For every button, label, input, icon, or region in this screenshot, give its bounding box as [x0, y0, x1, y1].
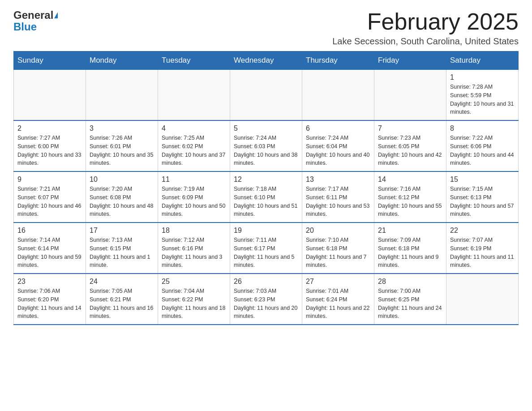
calendar-cell: 25Sunrise: 7:04 AM Sunset: 6:22 PM Dayli… — [158, 274, 230, 325]
calendar-cell: 19Sunrise: 7:11 AM Sunset: 6:17 PM Dayli… — [230, 223, 302, 274]
calendar-cell — [158, 70, 230, 121]
calendar-cell: 11Sunrise: 7:19 AM Sunset: 6:09 PM Dayli… — [158, 171, 230, 223]
day-info: Sunrise: 7:20 AM Sunset: 6:08 PM Dayligh… — [90, 185, 154, 218]
calendar-cell: 9Sunrise: 7:21 AM Sunset: 6:07 PM Daylig… — [14, 171, 86, 223]
calendar-cell: 12Sunrise: 7:18 AM Sunset: 6:10 PM Dayli… — [230, 171, 302, 223]
header-wednesday: Wednesday — [230, 51, 302, 70]
day-number: 9 — [17, 176, 82, 184]
calendar-cell: 18Sunrise: 7:12 AM Sunset: 6:16 PM Dayli… — [158, 223, 230, 274]
calendar-cell: 21Sunrise: 7:09 AM Sunset: 6:18 PM Dayli… — [374, 223, 446, 274]
day-info: Sunrise: 7:25 AM Sunset: 6:02 PM Dayligh… — [162, 134, 226, 167]
header-tuesday: Tuesday — [158, 51, 230, 70]
calendar-week-row: 23Sunrise: 7:06 AM Sunset: 6:20 PM Dayli… — [14, 274, 519, 325]
day-number: 10 — [90, 176, 154, 184]
day-info: Sunrise: 7:15 AM Sunset: 6:13 PM Dayligh… — [450, 185, 515, 218]
day-number: 12 — [234, 176, 298, 184]
day-number: 28 — [378, 278, 442, 286]
calendar-cell: 6Sunrise: 7:24 AM Sunset: 6:04 PM Daylig… — [302, 120, 374, 171]
day-number: 5 — [234, 124, 298, 133]
calendar-cell: 4Sunrise: 7:25 AM Sunset: 6:02 PM Daylig… — [158, 120, 230, 171]
day-info: Sunrise: 7:24 AM Sunset: 6:03 PM Dayligh… — [234, 134, 298, 167]
day-number: 27 — [306, 278, 370, 286]
calendar-cell — [446, 274, 519, 325]
day-info: Sunrise: 7:14 AM Sunset: 6:14 PM Dayligh… — [17, 236, 82, 270]
calendar-cell: 10Sunrise: 7:20 AM Sunset: 6:08 PM Dayli… — [86, 171, 158, 223]
day-number: 26 — [234, 278, 298, 286]
day-number: 17 — [90, 227, 154, 235]
calendar-cell: 5Sunrise: 7:24 AM Sunset: 6:03 PM Daylig… — [230, 120, 302, 171]
header-thursday: Thursday — [302, 51, 374, 70]
calendar-cell: 23Sunrise: 7:06 AM Sunset: 6:20 PM Dayli… — [14, 274, 86, 325]
day-info: Sunrise: 7:04 AM Sunset: 6:22 PM Dayligh… — [162, 287, 226, 321]
day-info: Sunrise: 7:16 AM Sunset: 6:12 PM Dayligh… — [378, 185, 442, 218]
day-number: 7 — [378, 124, 442, 133]
day-info: Sunrise: 7:05 AM Sunset: 6:21 PM Dayligh… — [90, 287, 154, 321]
day-info: Sunrise: 7:01 AM Sunset: 6:24 PM Dayligh… — [306, 287, 370, 321]
calendar-cell: 8Sunrise: 7:22 AM Sunset: 6:06 PM Daylig… — [446, 120, 519, 171]
calendar-cell: 14Sunrise: 7:16 AM Sunset: 6:12 PM Dayli… — [374, 171, 446, 223]
calendar-cell: 20Sunrise: 7:10 AM Sunset: 6:18 PM Dayli… — [302, 223, 374, 274]
calendar-cell — [230, 70, 302, 121]
day-info: Sunrise: 7:13 AM Sunset: 6:15 PM Dayligh… — [90, 236, 154, 270]
day-info: Sunrise: 7:10 AM Sunset: 6:18 PM Dayligh… — [306, 236, 370, 270]
day-number: 6 — [306, 124, 370, 133]
day-number: 20 — [306, 227, 370, 235]
header-monday: Monday — [86, 51, 158, 70]
day-info: Sunrise: 7:19 AM Sunset: 6:09 PM Dayligh… — [162, 185, 226, 218]
logo-blue-text: Blue — [13, 21, 37, 33]
calendar-cell — [302, 70, 374, 121]
calendar: Sunday Monday Tuesday Wednesday Thursday… — [13, 51, 519, 325]
day-number: 25 — [162, 278, 226, 286]
calendar-header-row: Sunday Monday Tuesday Wednesday Thursday… — [14, 51, 519, 70]
calendar-cell: 24Sunrise: 7:05 AM Sunset: 6:21 PM Dayli… — [86, 274, 158, 325]
calendar-cell: 28Sunrise: 7:00 AM Sunset: 6:25 PM Dayli… — [374, 274, 446, 325]
day-number: 16 — [17, 227, 82, 235]
day-number: 1 — [450, 73, 515, 81]
calendar-cell: 26Sunrise: 7:03 AM Sunset: 6:23 PM Dayli… — [230, 274, 302, 325]
logo: General Blue — [13, 9, 58, 33]
day-info: Sunrise: 7:09 AM Sunset: 6:18 PM Dayligh… — [378, 236, 442, 270]
day-info: Sunrise: 7:28 AM Sunset: 5:59 PM Dayligh… — [450, 83, 515, 116]
day-info: Sunrise: 7:00 AM Sunset: 6:25 PM Dayligh… — [378, 287, 442, 321]
day-info: Sunrise: 7:27 AM Sunset: 6:00 PM Dayligh… — [17, 134, 82, 167]
day-info: Sunrise: 7:24 AM Sunset: 6:04 PM Dayligh… — [306, 134, 370, 167]
day-info: Sunrise: 7:07 AM Sunset: 6:19 PM Dayligh… — [450, 236, 515, 270]
day-info: Sunrise: 7:12 AM Sunset: 6:16 PM Dayligh… — [162, 236, 226, 270]
title-area: February 2025 Lake Secession, South Caro… — [332, 9, 519, 47]
day-info: Sunrise: 7:06 AM Sunset: 6:20 PM Dayligh… — [17, 287, 82, 321]
day-number: 22 — [450, 227, 515, 235]
header-saturday: Saturday — [446, 51, 519, 70]
header-friday: Friday — [374, 51, 446, 70]
calendar-cell: 7Sunrise: 7:23 AM Sunset: 6:05 PM Daylig… — [374, 120, 446, 171]
calendar-cell: 13Sunrise: 7:17 AM Sunset: 6:11 PM Dayli… — [302, 171, 374, 223]
calendar-cell: 17Sunrise: 7:13 AM Sunset: 6:15 PM Dayli… — [86, 223, 158, 274]
calendar-cell — [86, 70, 158, 121]
calendar-week-row: 16Sunrise: 7:14 AM Sunset: 6:14 PM Dayli… — [14, 223, 519, 274]
day-info: Sunrise: 7:22 AM Sunset: 6:06 PM Dayligh… — [450, 134, 515, 167]
month-title: February 2025 — [332, 9, 519, 34]
day-number: 2 — [17, 124, 82, 133]
calendar-cell: 15Sunrise: 7:15 AM Sunset: 6:13 PM Dayli… — [446, 171, 519, 223]
calendar-week-row: 9Sunrise: 7:21 AM Sunset: 6:07 PM Daylig… — [14, 171, 519, 223]
day-number: 13 — [306, 176, 370, 184]
logo-general-text: General — [13, 9, 53, 21]
calendar-week-row: 2Sunrise: 7:27 AM Sunset: 6:00 PM Daylig… — [14, 120, 519, 171]
location-title: Lake Secession, South Carolina, United S… — [332, 36, 519, 47]
day-number: 8 — [450, 124, 515, 133]
day-info: Sunrise: 7:17 AM Sunset: 6:11 PM Dayligh… — [306, 185, 370, 218]
day-number: 21 — [378, 227, 442, 235]
calendar-cell: 27Sunrise: 7:01 AM Sunset: 6:24 PM Dayli… — [302, 274, 374, 325]
calendar-cell: 3Sunrise: 7:26 AM Sunset: 6:01 PM Daylig… — [86, 120, 158, 171]
day-info: Sunrise: 7:18 AM Sunset: 6:10 PM Dayligh… — [234, 185, 298, 218]
calendar-cell — [374, 70, 446, 121]
logo-triangle-icon — [54, 12, 58, 18]
day-number: 4 — [162, 124, 226, 133]
calendar-cell: 1Sunrise: 7:28 AM Sunset: 5:59 PM Daylig… — [446, 70, 519, 121]
calendar-cell: 22Sunrise: 7:07 AM Sunset: 6:19 PM Dayli… — [446, 223, 519, 274]
day-info: Sunrise: 7:21 AM Sunset: 6:07 PM Dayligh… — [17, 185, 82, 218]
day-number: 23 — [17, 278, 82, 286]
day-number: 14 — [378, 176, 442, 184]
day-number: 15 — [450, 176, 515, 184]
calendar-cell: 16Sunrise: 7:14 AM Sunset: 6:14 PM Dayli… — [14, 223, 86, 274]
day-info: Sunrise: 7:26 AM Sunset: 6:01 PM Dayligh… — [90, 134, 154, 167]
